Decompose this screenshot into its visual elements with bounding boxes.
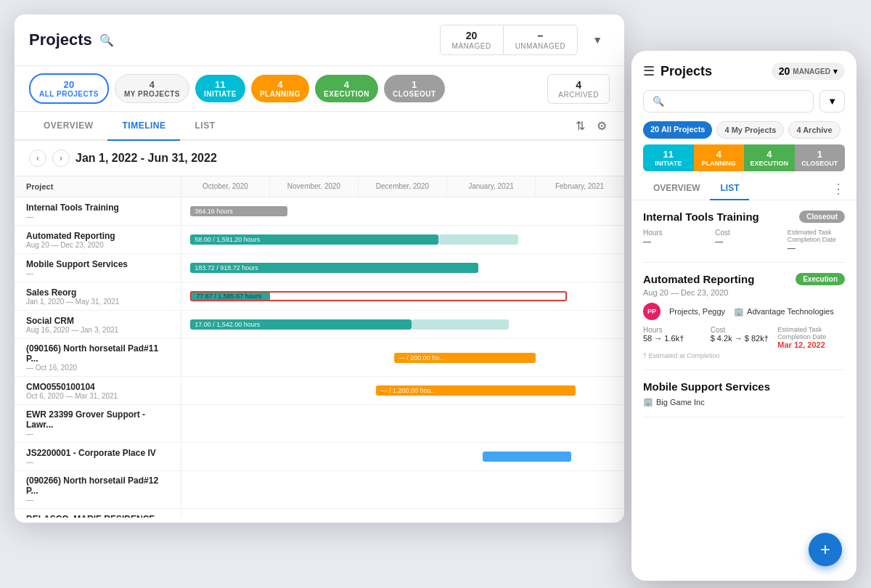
gantt-bar-secondary [412,319,509,330]
mobile-search-row: 🔍 ▼ [631,87,856,118]
table-row: Sales Reorg Jan 1, 2020 — May 31, 2021 7… [15,282,624,311]
project-date: Aug 16, 2020 — Jan 3, 2021 [26,326,169,334]
list-item: Internal Tools Training Closeout Hours —… [643,200,845,263]
mobile-view-tabs: OVERVIEW LIST ⋮ [631,177,856,200]
mobile-status-planning[interactable]: 4 PLANNING [694,144,745,171]
gantt-bar: 17.00 / 1,542.00 hours [190,319,412,330]
filter-row: 20 ALL PROJECTS 4 MY PROJECTS 11 INITIAT… [15,66,624,112]
project-name: CMO0550100104 [26,382,169,392]
hamburger-icon[interactable]: ☰ [643,63,655,79]
bar-cell: — / 1,200.00 hou... [181,377,624,404]
tab-all-projects[interactable]: 20 ALL PROJECTS [29,73,109,104]
project-date: — [26,269,169,277]
view-controls: ⇅ ⚙ [573,116,610,136]
project-name-cell: Internal Tools Training — [15,198,181,225]
project-name-cell: Automated Reporting Aug 20 — Dec 23, 202… [15,226,181,253]
mobile-tab-my[interactable]: 4 My Projects [716,121,784,139]
search-icon[interactable]: 🔍 [99,33,114,47]
table-row: JS2200001 - Corporate Place IV — [15,443,624,471]
gantt-bar: — / 1,200.00 hou... [376,385,576,396]
project-date: — [26,213,169,221]
header-dropdown[interactable]: ▼ [585,28,610,52]
project-name-cell: EWR 23399 Grover Support - Lawr... — [15,405,181,442]
card-stat-cost: Cost — [715,229,772,252]
card-stat-est: Estimated Task Completion Date — [788,229,845,252]
tab-overview[interactable]: OVERVIEW [29,112,107,141]
search-icon: 🔍 [653,96,664,107]
chevron-down-icon: ▾ [833,67,838,76]
header-stats: 20 MANAGED – UNMANAGED [440,25,578,55]
card-stat-cost: Cost $ 4.2k → $ 82k† [711,326,778,349]
list-item: Mobile Support Services 🏢 Big Game Inc [643,370,845,417]
building-icon: 🏢 [643,397,653,407]
archived-badge[interactable]: 4 ARCHIVED [547,74,610,104]
next-arrow[interactable]: › [52,150,70,167]
table-row: CMO0550100104 Oct 6, 2020 — Mar 31, 2021… [15,377,624,405]
project-date: — [26,458,169,466]
tab-timeline[interactable]: TIMELINE [107,112,180,141]
project-name-cell: (090266) North horsetail Pad#12 P... — [15,471,181,508]
mobile-filter-dropdown[interactable]: ▼ [819,90,845,113]
project-name-cell: CMO0550100104 Oct 6, 2020 — Mar 31, 2021 [15,377,181,404]
table-row: (090166) North horsetail Pad#11 P... — O… [15,339,624,377]
months-row: October, 2020 November, 2020 December, 2… [181,176,624,197]
managed-stat[interactable]: 20 MANAGED [441,25,504,54]
table-row: Mobile Support Services — 183.72 / 918.7… [15,254,624,282]
mobile-tab-overview[interactable]: OVERVIEW [643,177,710,200]
project-name-cell: BELASCO, MARIE RESIDENCE — [15,510,181,518]
tab-my-projects[interactable]: 4 MY PROJECTS [115,74,189,103]
bar-cell [181,476,624,504]
more-options-icon[interactable]: ⋮ [832,181,845,197]
tab-list[interactable]: LIST [180,112,229,141]
sort-icon[interactable]: ⇅ [573,116,588,136]
card-title: Mobile Support Services [643,380,839,393]
project-name: BELASCO, MARIE RESIDENCE [26,514,169,518]
month-jan: January, 2021 [447,176,536,197]
managed-badge[interactable]: 20 MANAGED ▾ [772,62,845,80]
tab-planning[interactable]: 4 PLANNING [251,75,309,102]
project-date: — Oct 16, 2020 [26,364,169,372]
mobile-tab-archive[interactable]: 4 Archive [788,121,840,139]
fab-add-button[interactable]: + [809,533,842,566]
mobile-tab-list[interactable]: LIST [710,177,749,200]
table-row: Internal Tools Training — 364.16 hours [15,197,624,226]
bar-cell: 17.00 / 1,542.00 hours [181,311,624,338]
table-row: BELASCO, MARIE RESIDENCE — [15,509,624,518]
table-row: Automated Reporting Aug 20 — Dec 23, 202… [15,226,624,254]
tab-closeout[interactable]: 1 CLOSEOUT [384,75,445,102]
tab-execution[interactable]: 4 EXECUTION [315,75,378,102]
project-date: — [26,430,169,438]
timeline-grid: Project October, 2020 November, 2020 Dec… [15,176,624,523]
prev-arrow[interactable]: ‹ [29,150,46,167]
project-name: Internal Tools Training [26,203,169,213]
card-title: Internal Tools Training [643,211,793,223]
project-name: Mobile Support Services [26,259,169,269]
card-footnote: † Estimated at Completion [643,352,845,359]
mobile-status-closeout[interactable]: 1 CLOSEOUT [795,144,846,171]
desktop-panel: Projects 🔍 20 MANAGED – UNMANAGED ▼ 20 A… [15,15,624,523]
card-header: Mobile Support Services [643,380,845,393]
settings-icon[interactable]: ⚙ [594,116,610,136]
project-date: Oct 6, 2020 — Mar 31, 2021 [26,392,169,400]
mobile-search-box[interactable]: 🔍 [643,90,814,113]
mobile-status-initiate[interactable]: 11 INITIATE [643,144,694,171]
mobile-page-title: Projects [661,64,766,79]
list-item: Automated Reporting Execution Aug 20 — D… [643,263,845,370]
gantt-bar: 364.16 hours [190,206,287,216]
project-name: EWR 23399 Grover Support - Lawr... [26,409,169,430]
mobile-panel: ☰ Projects 20 MANAGED ▾ 🔍 ▼ 20 All Proje… [631,51,856,581]
timeline-header: Project October, 2020 November, 2020 Dec… [15,176,624,197]
gantt-bar-secondary [438,234,518,245]
mobile-tab-all[interactable]: 20 All Projects [643,121,712,139]
unmanaged-stat[interactable]: – UNMANAGED [504,25,578,54]
table-row: EWR 23399 Grover Support - Lawr... — [15,405,624,443]
project-name-cell: Social CRM Aug 16, 2020 — Jan 3, 2021 [15,311,181,338]
tab-initiate[interactable]: 11 INITIATE [195,75,245,102]
card-stat-hours: Hours — [643,229,700,252]
mobile-status-execution[interactable]: 4 EXECUTION [744,144,795,171]
avatar: PP [643,303,661,320]
bar-cell [181,509,624,518]
desktop-header: Projects 🔍 20 MANAGED – UNMANAGED ▼ [15,15,624,66]
table-row: (090266) North horsetail Pad#12 P... — [15,471,624,509]
page-title: Projects [29,30,92,49]
